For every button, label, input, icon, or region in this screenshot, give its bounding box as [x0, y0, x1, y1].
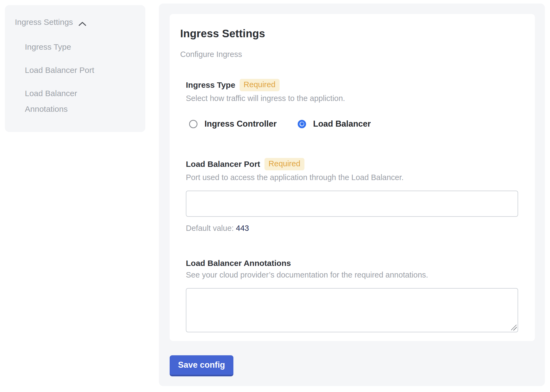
load-balancer-annotations-textarea[interactable] [186, 288, 518, 332]
load-balancer-port-input[interactable] [186, 191, 518, 217]
sidebar-items: Ingress Type Load Balancer Port Load Bal… [25, 39, 137, 117]
sidebar-group-ingress-settings[interactable]: Ingress Settings [15, 18, 137, 27]
radio-label-ingress-controller: Ingress Controller [204, 119, 277, 129]
load-balancer-annotations-description: See your cloud provider’s documentation … [186, 271, 518, 279]
ingress-type-radio-group: Ingress Controller Load Balancer [189, 119, 518, 129]
main-panel: Ingress Settings Configure Ingress Ingre… [159, 4, 545, 386]
section-ingress-type: Ingress Type Required Select how traffic… [186, 79, 518, 129]
radio-label-load-balancer: Load Balancer [313, 119, 371, 129]
ingress-type-description: Select how traffic will ingress to the a… [186, 94, 518, 103]
sidebar-item-load-balancer-port[interactable]: Load Balancer Port [25, 62, 106, 78]
settings-sidebar: Ingress Settings Ingress Type Load Balan… [5, 5, 145, 132]
page-subtitle: Configure Ingress [180, 50, 518, 59]
load-balancer-port-description: Port used to access the application thro… [186, 173, 518, 182]
radio-option-load-balancer[interactable]: Load Balancer [298, 119, 371, 129]
sidebar-item-ingress-type[interactable]: Ingress Type [25, 39, 106, 55]
default-value: 443 [236, 224, 249, 232]
sidebar-group-label: Ingress Settings [15, 18, 73, 27]
page-title: Ingress Settings [180, 28, 518, 40]
ingress-settings-card: Ingress Settings Configure Ingress Ingre… [170, 14, 535, 341]
radio-option-ingress-controller[interactable]: Ingress Controller [189, 119, 277, 129]
radio-unselected-icon[interactable] [189, 120, 197, 128]
ingress-type-label: Ingress Type [186, 80, 235, 90]
default-value-row: Default value:443 [186, 224, 518, 233]
section-load-balancer-annotations: Load Balancer Annotations See your cloud… [186, 259, 518, 332]
load-balancer-port-label: Load Balancer Port [186, 160, 260, 169]
chevron-up-icon [78, 19, 86, 25]
form-sections: Ingress Type Required Select how traffic… [186, 79, 518, 332]
required-badge: Required [264, 158, 304, 170]
save-config-button[interactable]: Save config [170, 355, 233, 376]
default-value-label: Default value: [186, 224, 234, 232]
radio-selected-icon[interactable] [298, 120, 306, 128]
load-balancer-annotations-label: Load Balancer Annotations [186, 259, 291, 268]
sidebar-item-load-balancer-annotations[interactable]: Load Balancer Annotations [25, 86, 106, 117]
section-load-balancer-port: Load Balancer Port Required Port used to… [186, 158, 518, 233]
required-badge: Required [240, 79, 280, 91]
